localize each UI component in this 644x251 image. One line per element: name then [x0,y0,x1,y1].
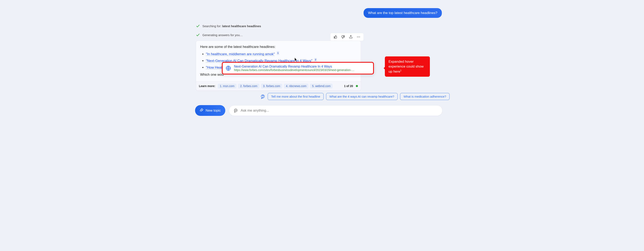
status-text: Generating answers for you… [202,33,243,37]
ask-input[interactable] [241,109,438,113]
svg-point-9 [236,110,236,110]
status-text: Searching for: latest healthcare headlin… [202,24,261,28]
link-hover-tooltip: Next-Generation AI Can Dramatically Reva… [222,62,374,75]
answer-intro: Here are some of the latest healthcare h… [200,44,357,50]
new-topic-button[interactable]: New topic [195,105,225,116]
cursor-pointer-icon [294,57,298,62]
source-chip[interactable]: 5. webmd.com [310,84,332,89]
svg-point-1 [358,37,359,37]
source-count: 1 of 20 [344,84,353,88]
answer-item: "In healthcare, middlemen are running am… [206,51,357,57]
broom-icon [200,108,204,113]
hover-url: https://www.forbes.com/sites/forbesbusin… [234,68,354,72]
question-bubble-icon [260,94,265,99]
share-icon[interactable] [348,35,353,39]
citation-badge[interactable]: 1 [276,51,280,55]
status-searching: Searching for: latest healthcare headlin… [196,24,261,28]
answer-link[interactable]: "How Healt [206,66,223,69]
svg-point-0 [357,37,358,37]
globe-icon [226,65,231,71]
user-message-text: What are the top latest healthcare headl… [368,11,438,15]
thumbs-up-icon[interactable] [333,35,338,39]
suggestion-chip[interactable]: Tell me more about the first headline [268,93,324,100]
ask-input-container[interactable] [229,105,442,116]
source-chip[interactable]: 4. nbcnews.com [284,84,308,89]
source-chip[interactable]: 3. forbes.com [261,84,282,89]
answer-body: Here are some of the latest healthcare h… [196,41,361,81]
citation-badge[interactable]: 2 [314,58,317,62]
suggestion-chip[interactable]: What is medication adherence? [400,93,450,100]
status-generating: Generating answers for you… [196,33,243,37]
more-icon[interactable] [356,35,361,39]
suggestion-chip[interactable]: What are the 4 ways AI can revamp health… [326,93,398,100]
check-icon [196,33,200,37]
svg-point-7 [235,110,235,110]
svg-point-8 [236,110,236,110]
callout-text: Expanded hover experience could show up … [388,60,424,73]
chat-icon [234,108,238,113]
svg-point-2 [359,37,360,37]
svg-point-5 [262,97,263,97]
user-message-bubble: What are the top latest healthcare headl… [364,8,442,18]
thumbs-down-icon[interactable] [341,35,345,39]
check-icon [196,24,200,28]
source-chip[interactable]: 2. forbes.com [238,84,259,89]
status-dot-icon [356,85,358,87]
suggestion-row: Tell me more about the first headline Wh… [260,93,450,100]
learn-more-row: Learn more: 1. msn.com 2. forbes.com 3. … [196,81,361,91]
composer-row: New topic [195,105,442,116]
learn-more-label: Learn more: [199,84,215,88]
annotation-callout: Expanded hover experience could show up … [385,56,430,77]
hover-title: Next-Generation AI Can Dramatically Reva… [234,65,354,68]
callout-sup: 1 [400,69,402,72]
new-topic-label: New topic [206,109,221,113]
feedback-toolbar [330,33,364,41]
answer-link[interactable]: "In healthcare, middlemen are running am… [206,52,275,56]
source-chip[interactable]: 1. msn.com [218,84,236,89]
